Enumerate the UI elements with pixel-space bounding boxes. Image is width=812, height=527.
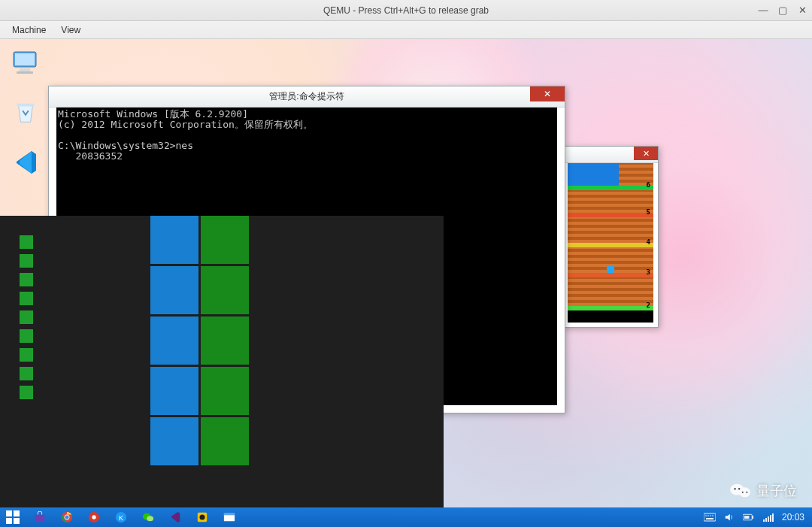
wechat-icon[interactable] [140,509,156,525]
chrome-icon[interactable] [59,509,75,525]
start-tile[interactable] [150,367,198,415]
maximize-button[interactable]: ▢ [774,2,791,18]
guest-desktop: 管理员:命令提示符 ✕ Microsoft Windows [版本 6.2.92… [0,39,812,527]
svg-rect-41 [772,513,774,522]
qemu-titlebar: QEMU - Press Ctrl+Alt+G to release grab … [0,0,812,21]
guest-taskbar: K 20:03 [0,507,812,527]
svg-point-19 [92,515,95,519]
svg-rect-39 [768,516,769,522]
nes-floor-label: 6 [647,181,650,189]
svg-rect-2 [20,68,30,71]
start-tile[interactable] [201,317,249,365]
nes-game-window[interactable]: ✕ 6 5 4 3 2 [562,146,659,328]
nes-close-button[interactable]: ✕ [634,147,658,160]
svg-point-10 [746,492,747,493]
tray-network-icon[interactable] [762,511,774,523]
svg-rect-28 [704,513,716,521]
svg-rect-37 [763,519,765,522]
svg-rect-15 [35,514,44,522]
svg-rect-3 [17,71,33,74]
start-tile[interactable] [201,266,249,314]
tray-keyboard-icon[interactable] [704,511,716,523]
nes-floor-label: 5 [647,208,650,216]
start-tile[interactable] [150,216,198,264]
svg-text:K: K [119,514,123,522]
start-button[interactable] [5,509,21,525]
svg-point-31 [707,515,709,516]
accent-square [20,254,33,268]
svg-rect-13 [6,518,12,524]
chat-bubble-icon [729,480,752,501]
accent-square [20,367,33,380]
start-tile[interactable] [150,317,198,365]
start-tile[interactable] [201,367,249,415]
accent-square [20,348,33,362]
svg-point-33 [712,515,714,516]
menu-machine[interactable]: Machine [5,23,53,37]
svg-point-9 [742,492,744,493]
start-tile[interactable] [201,417,249,465]
accent-column [20,235,33,404]
svg-rect-14 [14,518,20,524]
nes-floor-label: 4 [647,238,650,246]
start-screen-panel[interactable] [0,216,444,507]
recycle-bin-icon [12,100,39,126]
tray-volume-icon[interactable] [723,511,735,523]
svg-rect-35 [753,516,754,519]
qemu-title: QEMU - Press Ctrl+Alt+G to release grab [323,5,489,16]
minimize-button[interactable]: — [755,2,771,18]
media-icon[interactable] [86,509,102,525]
desktop-icon-vscode[interactable] [3,141,48,183]
kde-icon[interactable]: K [113,509,129,525]
svg-point-7 [734,488,735,489]
start-tile[interactable] [150,417,198,465]
close-icon: ✕ [544,89,551,99]
computer-icon [12,50,39,76]
menu-view[interactable]: View [53,23,88,37]
vscode-icon [12,150,39,175]
svg-rect-29 [706,518,714,519]
nes-canvas: 6 5 4 3 2 [568,163,653,323]
visual-studio-icon[interactable] [167,509,183,525]
svg-point-32 [710,515,711,516]
taskbar-clock[interactable]: 20:03 [782,512,804,522]
nes-floor-label: 3 [647,268,650,276]
svg-point-8 [738,488,740,489]
tray-battery-icon[interactable] [743,511,755,523]
accent-square [20,235,33,249]
svg-rect-12 [14,510,20,516]
qemu-menubar: Machine View [0,21,812,39]
svg-point-30 [705,515,707,516]
svg-rect-40 [770,515,771,522]
start-tile[interactable] [201,216,249,264]
accent-square [20,273,33,286]
nes-titlebar[interactable]: ✕ [563,147,658,163]
svg-rect-11 [6,510,12,516]
accent-square [20,329,33,343]
close-button[interactable]: ✕ [794,2,810,18]
command-prompt-title: 管理员:命令提示符 [269,90,344,103]
app-icon[interactable] [194,509,211,525]
close-icon: ✕ [643,149,650,159]
accent-square [20,292,33,305]
accent-square [20,386,33,399]
svg-point-6 [739,487,750,497]
svg-point-23 [147,516,153,521]
svg-rect-1 [15,53,35,65]
desktop-icon-recycle-bin[interactable] [3,92,48,134]
watermark: 量子位 [729,480,797,501]
start-tile[interactable] [150,266,198,314]
watermark-text: 量子位 [756,482,797,500]
accent-square [20,310,33,324]
desktop-icon-computer[interactable] [3,42,48,84]
nes-floor-label: 2 [647,301,650,309]
window-icon[interactable] [221,509,238,525]
command-prompt-close-button[interactable]: ✕ [530,86,565,101]
tile-grid [150,216,249,468]
svg-rect-36 [744,516,750,519]
store-icon[interactable] [32,509,48,525]
svg-point-25 [199,514,205,519]
svg-rect-38 [765,518,767,522]
svg-rect-4 [17,104,35,107]
command-prompt-titlebar[interactable]: 管理员:命令提示符 ✕ [49,86,565,108]
